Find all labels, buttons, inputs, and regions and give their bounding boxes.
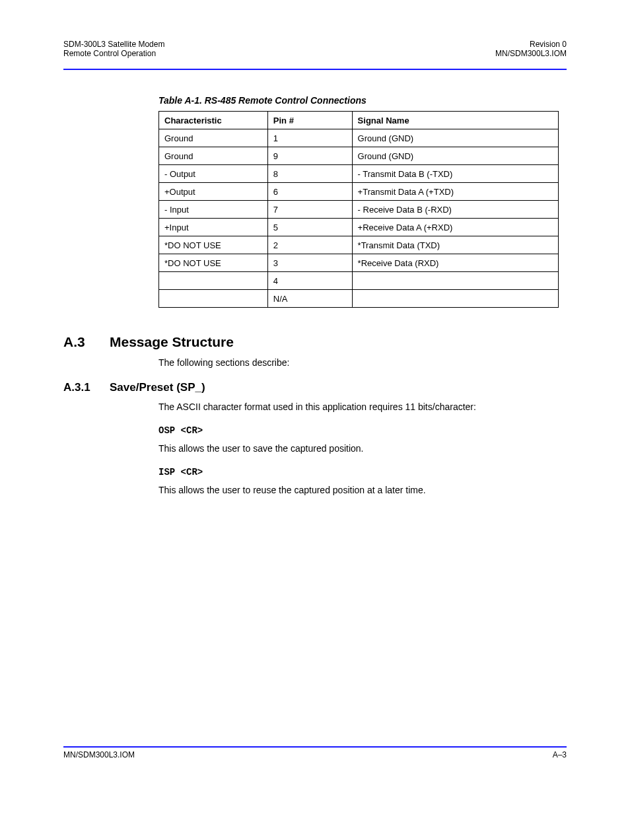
cell: 6 [267, 183, 352, 201]
cell: *Transmit Data (TXD) [352, 236, 558, 254]
th-pin: Pin # [267, 112, 352, 129]
cell: 3 [267, 254, 352, 272]
header-revision: Revision 0 [530, 40, 567, 49]
table-row: Ground 1 Ground (GND) [159, 129, 559, 147]
table-row: +Output 6 +Transmit Data A (+TXD) [159, 183, 559, 201]
note-osp: This allows the user to save the capture… [158, 442, 567, 455]
cell: - Output [159, 165, 268, 183]
table-caption: Table A-1. RS-485 Remote Control Connect… [158, 95, 567, 106]
cell: +Output [159, 183, 268, 201]
cell: *Receive Data (RXD) [352, 254, 558, 272]
cell: - Input [159, 201, 268, 219]
cell: 4 [267, 272, 352, 290]
page-footer: MN/SDM300L3.IOM A–3 [63, 750, 567, 759]
cell: +Transmit Data A (+TXD) [352, 183, 558, 201]
command-osp: OSP <CR> [158, 425, 203, 436]
table-row: +Input 5 +Receive Data A (+RXD) [159, 219, 559, 236]
section-number: A.3 [63, 334, 110, 350]
header-docnum: MN/SDM300L3.IOM [495, 49, 567, 58]
table-row: N/A [159, 290, 559, 308]
spec-table: Characteristic Pin # Signal Name Ground … [158, 111, 559, 308]
cell: *DO NOT USE [159, 236, 268, 254]
cell: 2 [267, 236, 352, 254]
section-intro: The following sections describe: [158, 357, 567, 369]
note-isp: This allows the user to reuse the captur… [158, 484, 567, 497]
cell: Ground [159, 129, 268, 147]
table-header-row: Characteristic Pin # Signal Name [159, 112, 559, 129]
cell: Ground [159, 147, 268, 165]
section-heading: A.3Message Structure [63, 334, 567, 350]
cell: 7 [267, 201, 352, 219]
table-row: *DO NOT USE 3 *Receive Data (RXD) [159, 254, 559, 272]
footer-page-number: A–3 [553, 750, 567, 759]
subsection-title: Save/Preset (SP_) [110, 381, 205, 394]
table-row: - Input 7 - Receive Data B (-RXD) [159, 201, 559, 219]
cell: +Input [159, 219, 268, 236]
table-row: - Output 8 - Transmit Data B (-TXD) [159, 165, 559, 183]
table-row: 4 [159, 272, 559, 290]
header-book-title: SDM-300L3 Satellite Modem [63, 40, 164, 49]
top-divider [63, 69, 567, 70]
footer-docnum: MN/SDM300L3.IOM [63, 750, 135, 759]
cell: - Transmit Data B (-TXD) [352, 165, 558, 183]
section-title: Message Structure [110, 334, 234, 349]
cell [159, 290, 268, 308]
header-chapter: Remote Control Operation [63, 49, 156, 58]
body-paragraph: The ASCII character format used in this … [158, 401, 567, 413]
page-header-line2: Remote Control Operation MN/SDM300L3.IOM [63, 49, 567, 58]
cell: +Receive Data A (+RXD) [352, 219, 558, 236]
cell: 8 [267, 165, 352, 183]
cell [352, 290, 558, 308]
th-signal: Signal Name [352, 112, 558, 129]
cell: - Receive Data B (-RXD) [352, 201, 558, 219]
subsection-number: A.3.1 [63, 381, 110, 394]
command-isp: ISP <CR> [158, 467, 203, 477]
cell [159, 272, 268, 290]
cell [352, 272, 558, 290]
page-header: SDM-300L3 Satellite Modem Revision 0 [63, 40, 567, 49]
cell: N/A [267, 290, 352, 308]
cell: 5 [267, 219, 352, 236]
table-row: Ground 9 Ground (GND) [159, 147, 559, 165]
cell: Ground (GND) [352, 147, 558, 165]
page: SDM-300L3 Satellite Modem Revision 0 Rem… [0, 0, 630, 526]
cell: 9 [267, 147, 352, 165]
bottom-divider [63, 746, 567, 748]
subsection-heading: A.3.1Save/Preset (SP_) [63, 381, 567, 394]
table-row: *DO NOT USE 2 *Transmit Data (TXD) [159, 236, 559, 254]
th-characteristic: Characteristic [159, 112, 268, 129]
cell: *DO NOT USE [159, 254, 268, 272]
cell: 1 [267, 129, 352, 147]
cell: Ground (GND) [352, 129, 558, 147]
